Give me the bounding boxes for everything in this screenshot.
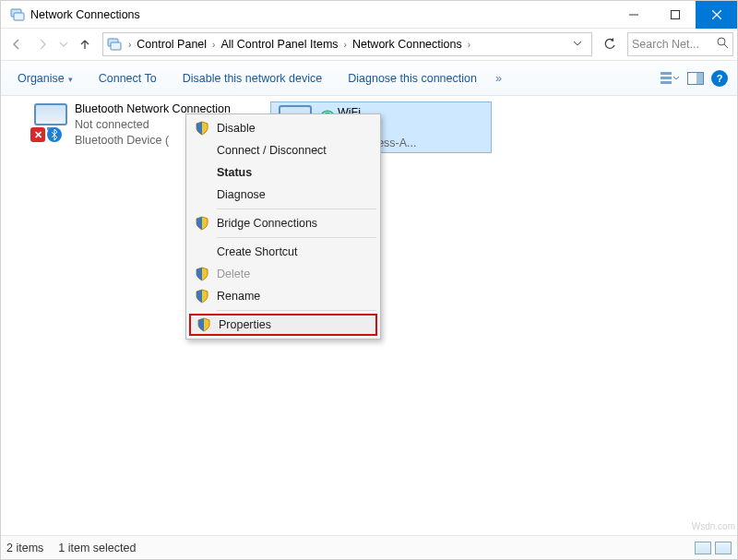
shield-icon — [195, 121, 209, 136]
ctx-connect-disconnect[interactable]: Connect / Disconnect — [189, 139, 377, 161]
up-button[interactable] — [73, 32, 97, 56]
disable-device-button[interactable]: Disable this network device — [170, 66, 335, 90]
watermark: Wsdn.com — [692, 521, 735, 531]
address-bar: › Control Panel › All Control Panel Item… — [1, 29, 737, 61]
shield-icon — [195, 289, 209, 304]
bluetooth-adapter-icon: ✕ — [29, 101, 75, 146]
crumb-all-items[interactable]: All Control Panel Items — [218, 38, 340, 51]
ctx-rename[interactable]: Rename — [189, 285, 377, 307]
breadcrumb-bar[interactable]: › Control Panel › All Control Panel Item… — [102, 32, 592, 56]
crumb-network-connections[interactable]: Network Connections — [350, 38, 465, 51]
diagnose-button[interactable]: Diagnose this connection — [335, 66, 490, 90]
disconnected-icon: ✕ — [30, 127, 45, 142]
maximize-button[interactable] — [654, 1, 696, 29]
back-button[interactable] — [5, 32, 29, 56]
svg-rect-14 — [696, 73, 703, 84]
organise-menu[interactable]: Organise — [5, 66, 86, 90]
details-view-button[interactable] — [695, 542, 711, 554]
svg-rect-11 — [661, 77, 672, 79]
window-title: Network Connections — [30, 8, 613, 21]
recent-dropdown[interactable] — [56, 32, 71, 56]
ctx-diagnose[interactable]: Diagnose — [189, 184, 377, 206]
location-icon — [107, 37, 122, 52]
close-button[interactable] — [696, 1, 737, 29]
status-item-count: 2 items — [6, 542, 58, 554]
shield-icon — [196, 317, 211, 332]
separator — [217, 209, 376, 209]
preview-pane-button[interactable] — [685, 68, 706, 89]
search-input[interactable]: Search Net... — [627, 32, 733, 56]
svg-point-8 — [718, 38, 725, 45]
title-bar: Network Connections — [1, 1, 737, 29]
svg-rect-10 — [661, 72, 672, 75]
shield-icon — [195, 267, 209, 281]
minimize-button[interactable] — [613, 1, 654, 29]
svg-rect-3 — [671, 10, 679, 18]
chevron-right-icon[interactable]: › — [465, 40, 473, 50]
ctx-create-shortcut[interactable]: Create Shortcut — [189, 241, 377, 263]
svg-line-9 — [724, 44, 728, 48]
search-icon — [717, 37, 729, 52]
svg-rect-1 — [14, 13, 24, 20]
bluetooth-icon — [47, 127, 62, 142]
refresh-button[interactable] — [598, 32, 622, 56]
status-bar: 2 items 1 item selected — [1, 535, 737, 559]
chevron-right-icon[interactable]: › — [341, 40, 350, 50]
chevron-right-icon[interactable]: › — [125, 40, 134, 50]
view-options-button[interactable] — [660, 68, 680, 89]
ctx-disable[interactable]: Disable — [189, 117, 377, 139]
context-menu: Disable Connect / Disconnect Status Diag… — [185, 113, 381, 340]
ctx-bridge[interactable]: Bridge Connections — [189, 212, 377, 234]
forward-button[interactable] — [30, 32, 54, 56]
separator — [217, 237, 376, 238]
shield-icon — [195, 216, 209, 231]
separator — [217, 310, 376, 311]
ctx-delete: Delete — [189, 263, 377, 285]
status-selected-count: 1 item selected — [58, 542, 150, 554]
crumb-control-panel[interactable]: Control Panel — [134, 38, 209, 51]
search-placeholder: Search Net... — [632, 38, 699, 51]
connect-to-button[interactable]: Connect To — [86, 66, 170, 90]
command-bar: Organise Connect To Disable this network… — [1, 61, 737, 96]
address-dropdown[interactable] — [567, 38, 588, 51]
tiles-view-button[interactable] — [715, 542, 732, 554]
ctx-properties[interactable]: Properties — [189, 314, 377, 336]
overflow-chevron[interactable]: » — [490, 72, 507, 85]
chevron-right-icon[interactable]: › — [209, 40, 218, 50]
svg-rect-7 — [111, 42, 121, 50]
svg-rect-12 — [661, 81, 672, 84]
help-button[interactable]: ? — [711, 70, 728, 87]
app-icon — [10, 7, 25, 22]
ctx-status[interactable]: Status — [189, 161, 377, 184]
